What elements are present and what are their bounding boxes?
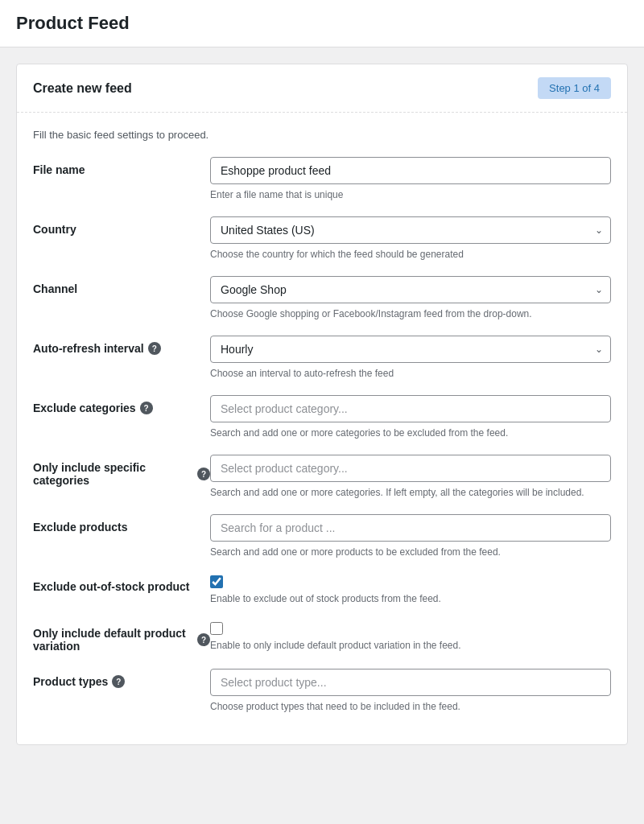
exclude-products-input[interactable] [210,514,611,542]
exclude-categories-label: Exclude categories ? [33,402,210,414]
include-categories-help-icon[interactable]: ? [197,468,210,480]
channel-select[interactable]: Google Shop Facebook Instagram [210,276,611,303]
default-variation-help: Enable to only include default product v… [210,640,611,651]
auto-refresh-label-col: Auto-refresh interval ? [33,336,210,355]
exclude-products-control-col: Search and add one or more products to b… [210,514,611,558]
include-categories-row: Only include specific categories ? Searc… [33,455,611,498]
exclude-categories-row: Exclude categories ? Search and add one … [33,395,611,439]
channel-select-wrapper: Google Shop Facebook Instagram ⌄ [210,276,611,303]
exclude-products-help: Search and add one or more products to b… [210,546,611,558]
product-types-help: Choose product types that need to be inc… [210,701,611,712]
default-variation-help-icon[interactable]: ? [197,633,210,646]
country-label-col: Country [33,216,210,236]
exclude-categories-input[interactable] [210,395,611,422]
country-select-wrapper: United States (US) United Kingdom (UK) C… [210,216,611,244]
page-title: Product Feed [16,13,628,34]
exclude-products-label: Exclude products [33,521,210,534]
country-control-col: United States (US) United Kingdom (UK) C… [210,216,611,260]
product-types-input[interactable] [210,669,611,696]
include-categories-label: Only include specific categories ? [33,461,210,487]
exclude-products-label-col: Exclude products [33,514,210,534]
default-variation-checkbox-row [210,620,611,635]
intro-text: Fill the basic feed settings to proceed. [33,129,611,141]
default-variation-control-col: Enable to only include default product v… [210,620,611,651]
card-body: Fill the basic feed settings to proceed.… [17,113,627,744]
auto-refresh-control-col: Hourly Daily Weekly Monthly ⌄ Choose an … [210,336,611,379]
product-types-help-icon[interactable]: ? [112,675,125,688]
step-badge: Step 1 of 4 [538,77,611,99]
file-name-help: Enter a file name that is unique [210,189,611,200]
file-name-label: File name [33,163,210,176]
exclude-out-of-stock-control-col: Enable to exclude out of stock products … [210,574,611,604]
product-types-control-col: Choose product types that need to be inc… [210,669,611,712]
default-variation-row: Only include default product variation ?… [33,620,611,653]
file-name-input[interactable] [210,157,611,184]
exclude-categories-label-col: Exclude categories ? [33,395,210,414]
exclude-out-of-stock-row: Exclude out-of-stock product Enable to e… [33,574,611,604]
file-name-control-col: Enter a file name that is unique [210,157,611,200]
page-header: Product Feed [0,0,644,47]
include-categories-label-col: Only include specific categories ? [33,455,210,487]
exclude-out-of-stock-help: Enable to exclude out of stock products … [210,593,611,604]
auto-refresh-select-wrapper: Hourly Daily Weekly Monthly ⌄ [210,336,611,363]
channel-row: Channel Google Shop Facebook Instagram ⌄… [33,276,611,319]
auto-refresh-select[interactable]: Hourly Daily Weekly Monthly [210,336,611,363]
product-types-row: Product types ? Choose product types tha… [33,669,611,712]
exclude-out-of-stock-label: Exclude out-of-stock product [33,580,210,593]
main-content: Create new feed Step 1 of 4 Fill the bas… [0,47,644,761]
card-title: Create new feed [33,81,132,96]
exclude-categories-help: Search and add one or more categories to… [210,427,611,439]
default-variation-label-col: Only include default product variation ? [33,620,210,653]
auto-refresh-help-icon[interactable]: ? [148,342,161,355]
auto-refresh-help: Choose an interval to auto-refresh the f… [210,368,611,379]
product-types-label: Product types ? [33,675,210,688]
channel-help: Choose Google shopping or Facebook/Insta… [210,308,611,319]
default-variation-label: Only include default product variation ? [33,627,210,653]
file-name-label-col: File name [33,157,210,176]
file-name-row: File name Enter a file name that is uniq… [33,157,611,200]
exclude-categories-control-col: Search and add one or more categories to… [210,395,611,439]
country-label: Country [33,223,210,236]
country-row: Country United States (US) United Kingdo… [33,216,611,260]
auto-refresh-label: Auto-refresh interval ? [33,342,210,355]
default-variation-checkbox[interactable] [210,622,223,635]
product-types-label-col: Product types ? [33,669,210,688]
country-select[interactable]: United States (US) United Kingdom (UK) C… [210,216,611,244]
exclude-out-of-stock-checkbox[interactable] [210,575,223,588]
include-categories-control-col: Search and add one or more categories. I… [210,455,611,498]
channel-control-col: Google Shop Facebook Instagram ⌄ Choose … [210,276,611,319]
include-categories-help: Search and add one or more categories. I… [210,487,611,498]
exclude-products-row: Exclude products Search and add one or m… [33,514,611,558]
exclude-categories-help-icon[interactable]: ? [140,402,153,414]
auto-refresh-row: Auto-refresh interval ? Hourly Daily Wee… [33,336,611,379]
card-header: Create new feed Step 1 of 4 [17,64,627,113]
create-feed-card: Create new feed Step 1 of 4 Fill the bas… [16,64,628,745]
exclude-out-of-stock-label-col: Exclude out-of-stock product [33,574,210,593]
include-categories-input[interactable] [210,455,611,482]
exclude-out-of-stock-checkbox-row [210,574,611,588]
channel-label-col: Channel [33,276,210,295]
country-help: Choose the country for which the feed sh… [210,249,611,260]
channel-label: Channel [33,282,210,295]
